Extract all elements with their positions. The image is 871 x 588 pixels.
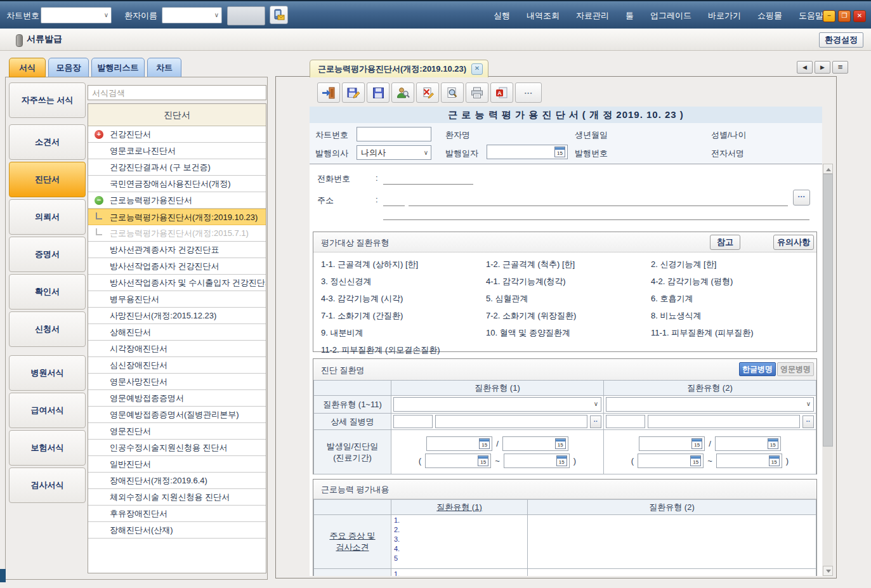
list-item[interactable]: 방사선작업종사자 및 수시출입자 건강진단서 xyxy=(88,275,266,291)
list-item[interactable]: 영문예방접종증명서 xyxy=(88,390,266,407)
disease-code-input-1[interactable] xyxy=(393,415,433,428)
category-exam-forms[interactable]: 검사서식 xyxy=(9,467,86,503)
calendar-icon[interactable]: 15 xyxy=(768,438,778,449)
list-item[interactable]: 근로능력평가용진단서 xyxy=(88,192,266,209)
list-item[interactable]: 심신장애진단서 xyxy=(88,357,266,374)
diagnosis-date-input-1[interactable]: 15 xyxy=(502,436,568,451)
collapse-minus-icon[interactable] xyxy=(95,196,103,205)
close-button[interactable]: ✕ xyxy=(853,10,866,22)
blank-button[interactable] xyxy=(227,6,265,25)
diagnosis-date-input-2[interactable]: 15 xyxy=(715,436,781,451)
list-item[interactable]: 영문진단서 xyxy=(88,423,266,440)
disease-search-button-2[interactable]: ·· xyxy=(802,415,814,428)
list-item[interactable]: 상해진단서 xyxy=(88,324,266,341)
list-item-selected[interactable]: 근로능력평가용진단서(개정:2019.10.23) xyxy=(88,209,266,225)
more-button[interactable]: ··· xyxy=(515,82,542,103)
doctor-select[interactable]: 나의사 ∨ xyxy=(357,145,431,160)
phone-underline[interactable] xyxy=(383,183,473,185)
category-referral[interactable]: 의뢰서 xyxy=(9,199,86,235)
list-item[interactable]: 방사선관계종사자 건강진단표 xyxy=(88,242,266,258)
chart-no-combo[interactable]: ∨ xyxy=(41,7,112,23)
restore-button[interactable]: ❐ xyxy=(838,10,851,22)
minimize-button[interactable]: – xyxy=(823,10,835,22)
calendar-icon[interactable]: 15 xyxy=(478,455,488,466)
issue-date-input[interactable]: 15 xyxy=(487,145,568,159)
category-application[interactable]: 신청서 xyxy=(9,311,86,347)
list-item[interactable]: 병무용진단서 xyxy=(88,291,266,308)
calendar-icon[interactable]: 15 xyxy=(554,147,565,157)
scroll-thumb[interactable] xyxy=(823,174,833,447)
calendar-icon[interactable]: 15 xyxy=(556,455,567,466)
menu-upgrade[interactable]: 업그레이드 xyxy=(650,10,691,22)
caution-button[interactable]: 유의사항 xyxy=(773,235,814,250)
list-item-disabled[interactable]: 근로능력평가용진단서(개정:2015.7.1) xyxy=(88,225,266,242)
category-diagnosis[interactable]: 진단서 xyxy=(9,162,86,197)
category-confirmation[interactable]: 확인서 xyxy=(9,274,86,310)
menu-history[interactable]: 내역조회 xyxy=(527,10,560,22)
next-page-button[interactable]: ▶ xyxy=(815,61,830,74)
category-certificate[interactable]: 증명서 xyxy=(9,237,86,272)
address2-underline[interactable] xyxy=(383,219,809,220)
vertical-scrollbar[interactable] xyxy=(823,164,833,576)
list-item[interactable]: 장애진단서(개정:2019.6.4) xyxy=(88,473,266,489)
list-item[interactable]: 건강진단서 xyxy=(88,126,266,143)
disease-type-select-2[interactable]: ∨ xyxy=(606,397,814,412)
list-item[interactable]: 영문사망진단서 xyxy=(88,374,266,390)
calendar-icon[interactable]: 15 xyxy=(479,438,490,449)
document-tab[interactable]: 근로능력평가용진단서(개정:2019.10.23) ✕ xyxy=(310,60,488,77)
pdf-export-button[interactable]: A xyxy=(490,82,513,103)
reference-button[interactable]: 참고 xyxy=(710,235,740,250)
symptom-findings-cell[interactable]: 1. 2. 3. 4. 5 xyxy=(391,515,527,564)
list-item[interactable]: 영문코로나진단서 xyxy=(88,143,266,159)
save-as-button[interactable] xyxy=(342,82,365,103)
treat-start-input-2[interactable]: 15 xyxy=(638,454,704,468)
scroll-up-button[interactable] xyxy=(823,164,833,174)
list-item[interactable]: 체외수정시술 지원신청용 진단서 xyxy=(88,489,266,506)
disease-name-input-1[interactable] xyxy=(435,415,587,428)
onset-date-input-2[interactable]: 15 xyxy=(639,436,705,451)
tab-chart[interactable]: 차트 xyxy=(147,58,181,77)
treat-end-input-1[interactable]: 15 xyxy=(504,454,570,468)
list-item[interactable]: 일반진단서 xyxy=(88,456,266,473)
exit-button[interactable] xyxy=(317,82,340,103)
english-name-toggle[interactable]: 영문병명 xyxy=(777,362,814,376)
page-list-button[interactable]: ≡ xyxy=(832,61,848,74)
symptom-findings-cell-2[interactable] xyxy=(528,515,816,569)
save-button[interactable] xyxy=(367,82,390,103)
calendar-icon[interactable]: 15 xyxy=(690,455,701,466)
scroll-down-button[interactable] xyxy=(823,566,833,576)
form-search-input[interactable] xyxy=(88,85,266,100)
calendar-icon[interactable]: 15 xyxy=(555,438,566,449)
treat-start-input-1[interactable]: 15 xyxy=(425,454,491,468)
treat-end-input-2[interactable]: 15 xyxy=(716,454,782,468)
tab-forms[interactable]: 서식 xyxy=(9,58,46,77)
menu-tools[interactable]: 툴 xyxy=(625,10,634,22)
patient-search-button[interactable] xyxy=(391,82,414,103)
address-underline[interactable] xyxy=(409,205,788,206)
disease-code-input-2[interactable] xyxy=(606,415,645,428)
chart-no-input[interactable] xyxy=(357,127,431,141)
list-item[interactable]: 인공수정시술지원신청용 진단서 xyxy=(88,440,266,456)
list-item[interactable]: 사망진단서(개정:2015.12.23) xyxy=(88,308,266,324)
expand-plus-icon[interactable] xyxy=(95,130,103,139)
zipcode-underline[interactable] xyxy=(383,205,405,206)
category-hospital-forms[interactable]: 병원서식 xyxy=(9,355,86,391)
list-item[interactable]: 건강진단결과서 (구 보건증) xyxy=(88,159,266,176)
next-row-cell[interactable]: 1. 2. xyxy=(391,569,527,576)
menu-shortcut[interactable]: 바로가기 xyxy=(708,10,741,22)
list-item[interactable]: 후유장애진단서 xyxy=(88,506,266,522)
next-row-cell-2[interactable] xyxy=(528,569,816,577)
menu-run[interactable]: 실행 xyxy=(494,10,510,22)
calendar-icon[interactable]: 15 xyxy=(769,455,780,466)
calendar-icon[interactable]: 15 xyxy=(691,438,702,449)
category-opinion[interactable]: 소견서 xyxy=(9,124,86,160)
list-item[interactable]: 방사선작업종사자 건강진단서 xyxy=(88,258,266,275)
onset-date-input-1[interactable]: 15 xyxy=(426,436,492,451)
menu-data[interactable]: 자료관리 xyxy=(576,10,609,22)
list-item[interactable]: 장해진단서(산재) xyxy=(88,522,266,539)
address-search-button[interactable]: ··· xyxy=(793,190,810,206)
disease-search-button-1[interactable]: ·· xyxy=(590,415,601,428)
list-item[interactable]: 영문예방접종증명서(질병관리본부) xyxy=(88,407,266,423)
patient-name-combo[interactable]: ∨ xyxy=(162,7,222,23)
disease-type-select-1[interactable]: ∨ xyxy=(393,397,601,412)
